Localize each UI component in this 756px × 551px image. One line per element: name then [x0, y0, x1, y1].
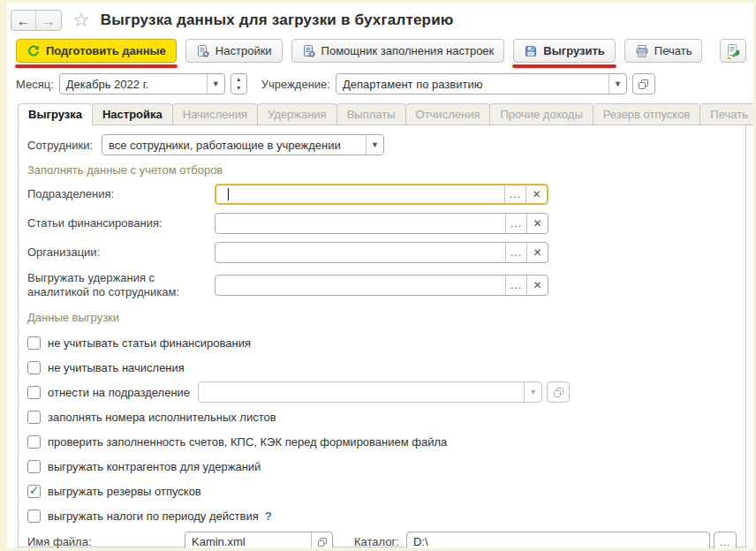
checkbox-row-no-fin-articles: ✓ не учитывать статьи финансирования [27, 331, 737, 355]
month-field[interactable]: Декабрь 2022 г. ▼ [59, 73, 225, 94]
tab-nachisleniya[interactable]: Начисления [172, 103, 258, 125]
checkbox-assign-department[interactable]: ✓ [27, 386, 41, 399]
open-link-icon [553, 387, 564, 398]
assign-department-open-button[interactable] [547, 381, 570, 403]
checkbox-row-export-vacation-reserves: ✓ выгружать резервы отпусков [27, 479, 737, 503]
stati-input[interactable]: ... ✕ [215, 213, 548, 234]
export-annotation-underline [512, 64, 616, 68]
catalog-choose-button[interactable]: ... [714, 532, 737, 551]
checkbox-row-export-counterparties: ✓ выгружать контрагентов для удержаний [27, 455, 737, 479]
tab-vyplaty[interactable]: Выплаты [336, 103, 406, 125]
organizatsii-input[interactable]: ... ✕ [215, 242, 548, 263]
uderzhaniya-analitika-label: Выгружать удержания с аналитикой по сотр… [27, 271, 215, 300]
file-name-label: Имя файла: [27, 535, 185, 548]
tab-otchisleniya[interactable]: Отчисления [405, 103, 491, 125]
checkbox-no-fin-articles[interactable]: ✓ [27, 336, 41, 350]
prepare-annotation-underline [15, 64, 178, 68]
month-value[interactable]: Декабрь 2022 г. [60, 74, 207, 94]
checkbox-no-accruals[interactable]: ✓ [27, 361, 41, 374]
settings-doc-gear-icon [196, 44, 210, 58]
export-to-file-button[interactable] [720, 39, 746, 63]
checkbox-check-accounts[interactable]: ✓ [27, 435, 41, 449]
data-group-title: Данные выгрузки [27, 311, 737, 324]
checkbox-row-check-accounts: ✓ проверить заполненность счетов, КПС, К… [27, 430, 737, 454]
employees-combobox[interactable]: все сотрудники, работающие в учреждении … [102, 134, 384, 155]
save-floppy-icon [524, 44, 538, 58]
uderzhaniya-analitika-clear-button[interactable]: ✕ [526, 276, 548, 295]
checkbox-export-vacation-reserves[interactable]: ✓ [27, 485, 41, 498]
assign-department-combobox[interactable]: ▼ [198, 381, 542, 403]
checkbox-writ-numbers[interactable]: ✓ [27, 411, 41, 424]
uderzhaniya-analitika-choose-button[interactable]: ... [505, 276, 526, 295]
podrazdeleniya-input[interactable]: ... ✕ [215, 184, 548, 205]
document-export-arrow-icon [725, 43, 741, 59]
assistant-doc-gear-icon [302, 44, 316, 58]
employees-row: Сотрудники: все сотрудники, работающие в… [27, 134, 737, 155]
month-label: Месяц: [16, 78, 54, 91]
organizatsii-clear-button[interactable]: ✕ [526, 243, 548, 262]
tab-pechat[interactable]: Печать [699, 103, 756, 125]
checkbox-export-taxes-by-period[interactable]: ✓ [27, 509, 41, 523]
tab-strip: Выгрузка Настройка Начисления Удержания … [7, 94, 753, 125]
window-header: ← → ☆ Выгрузка данных для загрузки в бух… [7, 3, 753, 33]
podrazdeleniya-clear-button[interactable]: ✕ [525, 185, 547, 203]
file-name-input[interactable]: Kamin.xml [185, 532, 333, 551]
organizatsii-choose-button[interactable]: ... [505, 243, 526, 262]
institution-value[interactable]: Департамент по развитию [336, 74, 609, 94]
export-label: Выгрузить [543, 44, 605, 57]
back-button[interactable]: ← [11, 11, 36, 30]
organizatsii-label: Организации: [27, 245, 215, 260]
tab-vygruzka[interactable]: Выгрузка [18, 103, 93, 125]
checkbox-row-export-taxes-by-period: ✓ выгружать налоги по периоду действия ? [27, 504, 737, 528]
printer-icon [635, 44, 649, 58]
stati-clear-button[interactable]: ✕ [526, 214, 548, 233]
favorite-star-icon[interactable]: ☆ [72, 11, 90, 30]
open-link-icon [638, 79, 649, 90]
stati-label: Статьи финансирования: [27, 216, 215, 230]
checkbox-export-counterparties[interactable]: ✓ [27, 460, 41, 473]
month-spinner[interactable]: ▲ ▼ [231, 73, 247, 94]
filters-group-title: Заполнять данные с учетом отборов [27, 163, 737, 177]
podrazdeleniya-label: Подразделения: [27, 187, 215, 201]
uderzhaniya-analitika-input[interactable]: ... ✕ [215, 275, 548, 296]
prepare-data-label: Подготовить данные [46, 44, 166, 57]
page-title: Выгрузка данных для загрузки в бухгалтер… [101, 11, 454, 29]
file-name-open-button[interactable] [311, 532, 332, 551]
field-row-podrazdeleniya: Подразделения: ... ✕ [27, 184, 737, 205]
tab-uderzhaniya[interactable]: Удержания [257, 103, 337, 125]
checkbox-row-assign-department: ✓ отнести на подразделение ▼ [27, 381, 737, 404]
catalog-value[interactable]: D:\ [407, 532, 709, 551]
podrazdeleniya-choose-button[interactable]: ... [504, 185, 525, 203]
employees-label: Сотрудники: [27, 139, 102, 152]
field-row-organizatsii: Организации: ... ✕ [27, 242, 737, 263]
field-row-stati: Статьи финансирования: ... ✕ [27, 213, 737, 234]
tab-nastroyka[interactable]: Настройка [92, 103, 173, 125]
export-button[interactable]: Выгрузить [513, 39, 616, 63]
employees-dropdown-arrow-icon[interactable]: ▼ [366, 135, 383, 155]
institution-open-button[interactable] [632, 73, 655, 94]
catalog-input[interactable]: D:\ [406, 532, 710, 551]
help-question-icon[interactable]: ? [265, 509, 272, 523]
month-dropdown-arrow-icon[interactable]: ▼ [207, 74, 224, 94]
assign-department-dropdown-arrow-icon[interactable]: ▼ [524, 382, 541, 402]
employees-value[interactable]: все сотрудники, работающие в учреждении [102, 135, 366, 155]
assistant-label: Помощник заполнения настроек [321, 44, 495, 57]
tab-prochie-dokhody[interactable]: Прочие доходы [489, 103, 593, 125]
institution-field[interactable]: Департамент по развитию ▼ [336, 73, 627, 94]
spinner-up-icon[interactable]: ▲ [236, 75, 242, 84]
settings-button[interactable]: Настройки [185, 39, 283, 63]
spinner-down-icon[interactable]: ▼ [236, 84, 242, 93]
tab-rezerv-otpuskov[interactable]: Резерв отпусков [593, 103, 701, 125]
file-row: Имя файла: Kamin.xml Каталог: D:\ ... [27, 532, 737, 551]
settings-assistant-button[interactable]: Помощник заполнения настроек [291, 39, 505, 63]
file-name-value[interactable]: Kamin.xml [185, 532, 311, 551]
print-button[interactable]: Печать [624, 39, 703, 63]
institution-dropdown-arrow-icon[interactable]: ▼ [609, 74, 626, 94]
institution-label: Учреждение: [261, 78, 330, 91]
stati-choose-button[interactable]: ... [505, 214, 526, 233]
checkbox-row-no-accruals: ✓ не учитывать начисления [27, 356, 737, 380]
field-row-uderzhaniya-analitika: Выгружать удержания с аналитикой по сотр… [27, 271, 737, 300]
prepare-data-button[interactable]: Подготовить данные [16, 39, 177, 63]
forward-button[interactable]: → [36, 11, 61, 30]
print-label: Печать [654, 44, 692, 57]
